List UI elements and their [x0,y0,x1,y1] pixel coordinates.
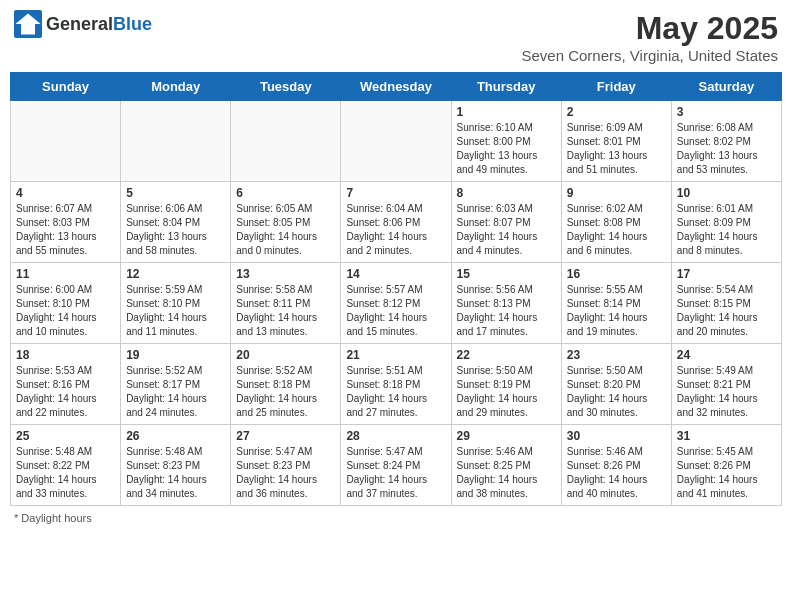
day-number: 15 [457,267,556,281]
day-number: 7 [346,186,445,200]
day-info: Sunrise: 6:04 AMSunset: 8:06 PMDaylight:… [346,202,445,258]
day-info: Sunrise: 6:00 AMSunset: 8:10 PMDaylight:… [16,283,115,339]
day-number: 25 [16,429,115,443]
logo-text: GeneralBlue [46,14,152,35]
day-number: 6 [236,186,335,200]
calendar-cell: 6Sunrise: 6:05 AMSunset: 8:05 PMDaylight… [231,182,341,263]
dow-header: Monday [121,73,231,101]
day-info: Sunrise: 6:09 AMSunset: 8:01 PMDaylight:… [567,121,666,177]
day-info: Sunrise: 5:49 AMSunset: 8:21 PMDaylight:… [677,364,776,420]
dow-header: Tuesday [231,73,341,101]
calendar-cell: 18Sunrise: 5:53 AMSunset: 8:16 PMDayligh… [11,344,121,425]
day-number: 21 [346,348,445,362]
dow-header: Thursday [451,73,561,101]
calendar-cell: 27Sunrise: 5:47 AMSunset: 8:23 PMDayligh… [231,425,341,506]
calendar-body: 1Sunrise: 6:10 AMSunset: 8:00 PMDaylight… [11,101,782,506]
day-number: 27 [236,429,335,443]
day-number: 26 [126,429,225,443]
day-number: 29 [457,429,556,443]
calendar-cell: 30Sunrise: 5:46 AMSunset: 8:26 PMDayligh… [561,425,671,506]
day-info: Sunrise: 5:57 AMSunset: 8:12 PMDaylight:… [346,283,445,339]
dow-header: Wednesday [341,73,451,101]
calendar-cell: 16Sunrise: 5:55 AMSunset: 8:14 PMDayligh… [561,263,671,344]
calendar-cell: 31Sunrise: 5:45 AMSunset: 8:26 PMDayligh… [671,425,781,506]
dow-header: Sunday [11,73,121,101]
day-number: 3 [677,105,776,119]
calendar-cell: 10Sunrise: 6:01 AMSunset: 8:09 PMDayligh… [671,182,781,263]
day-info: Sunrise: 5:59 AMSunset: 8:10 PMDaylight:… [126,283,225,339]
day-number: 1 [457,105,556,119]
day-number: 24 [677,348,776,362]
calendar-cell: 12Sunrise: 5:59 AMSunset: 8:10 PMDayligh… [121,263,231,344]
day-number: 28 [346,429,445,443]
calendar-week-row: 11Sunrise: 6:00 AMSunset: 8:10 PMDayligh… [11,263,782,344]
calendar-cell: 9Sunrise: 6:02 AMSunset: 8:08 PMDaylight… [561,182,671,263]
day-info: Sunrise: 5:48 AMSunset: 8:23 PMDaylight:… [126,445,225,501]
calendar-cell: 17Sunrise: 5:54 AMSunset: 8:15 PMDayligh… [671,263,781,344]
footer-note: * Daylight hours [10,512,782,524]
calendar-cell: 23Sunrise: 5:50 AMSunset: 8:20 PMDayligh… [561,344,671,425]
day-info: Sunrise: 5:48 AMSunset: 8:22 PMDaylight:… [16,445,115,501]
location-title: Seven Corners, Virginia, United States [521,47,778,64]
day-number: 9 [567,186,666,200]
day-info: Sunrise: 6:10 AMSunset: 8:00 PMDaylight:… [457,121,556,177]
day-number: 8 [457,186,556,200]
day-number: 4 [16,186,115,200]
title-area: May 2025 Seven Corners, Virginia, United… [521,10,778,64]
calendar-cell: 29Sunrise: 5:46 AMSunset: 8:25 PMDayligh… [451,425,561,506]
day-info: Sunrise: 5:51 AMSunset: 8:18 PMDaylight:… [346,364,445,420]
day-number: 22 [457,348,556,362]
day-number: 13 [236,267,335,281]
day-number: 31 [677,429,776,443]
calendar-cell: 5Sunrise: 6:06 AMSunset: 8:04 PMDaylight… [121,182,231,263]
calendar-cell: 20Sunrise: 5:52 AMSunset: 8:18 PMDayligh… [231,344,341,425]
calendar-week-row: 18Sunrise: 5:53 AMSunset: 8:16 PMDayligh… [11,344,782,425]
day-number: 16 [567,267,666,281]
calendar-cell: 2Sunrise: 6:09 AMSunset: 8:01 PMDaylight… [561,101,671,182]
day-number: 23 [567,348,666,362]
calendar-cell: 22Sunrise: 5:50 AMSunset: 8:19 PMDayligh… [451,344,561,425]
day-of-week-row: SundayMondayTuesdayWednesdayThursdayFrid… [11,73,782,101]
day-info: Sunrise: 5:47 AMSunset: 8:23 PMDaylight:… [236,445,335,501]
calendar-cell [121,101,231,182]
calendar-week-row: 1Sunrise: 6:10 AMSunset: 8:00 PMDaylight… [11,101,782,182]
calendar-cell: 26Sunrise: 5:48 AMSunset: 8:23 PMDayligh… [121,425,231,506]
day-number: 18 [16,348,115,362]
calendar-cell: 13Sunrise: 5:58 AMSunset: 8:11 PMDayligh… [231,263,341,344]
day-info: Sunrise: 5:53 AMSunset: 8:16 PMDaylight:… [16,364,115,420]
calendar-cell: 15Sunrise: 5:56 AMSunset: 8:13 PMDayligh… [451,263,561,344]
day-info: Sunrise: 5:52 AMSunset: 8:18 PMDaylight:… [236,364,335,420]
day-info: Sunrise: 5:47 AMSunset: 8:24 PMDaylight:… [346,445,445,501]
calendar-cell: 7Sunrise: 6:04 AMSunset: 8:06 PMDaylight… [341,182,451,263]
day-number: 11 [16,267,115,281]
day-info: Sunrise: 5:54 AMSunset: 8:15 PMDaylight:… [677,283,776,339]
day-info: Sunrise: 6:07 AMSunset: 8:03 PMDaylight:… [16,202,115,258]
calendar-cell: 14Sunrise: 5:57 AMSunset: 8:12 PMDayligh… [341,263,451,344]
day-info: Sunrise: 5:56 AMSunset: 8:13 PMDaylight:… [457,283,556,339]
day-number: 17 [677,267,776,281]
calendar-cell: 21Sunrise: 5:51 AMSunset: 8:18 PMDayligh… [341,344,451,425]
day-number: 5 [126,186,225,200]
calendar-week-row: 25Sunrise: 5:48 AMSunset: 8:22 PMDayligh… [11,425,782,506]
calendar-cell: 24Sunrise: 5:49 AMSunset: 8:21 PMDayligh… [671,344,781,425]
calendar-cell: 4Sunrise: 6:07 AMSunset: 8:03 PMDaylight… [11,182,121,263]
calendar-cell [231,101,341,182]
calendar-cell: 19Sunrise: 5:52 AMSunset: 8:17 PMDayligh… [121,344,231,425]
day-info: Sunrise: 5:50 AMSunset: 8:19 PMDaylight:… [457,364,556,420]
day-info: Sunrise: 5:46 AMSunset: 8:26 PMDaylight:… [567,445,666,501]
day-number: 30 [567,429,666,443]
dow-header: Saturday [671,73,781,101]
month-title: May 2025 [521,10,778,47]
day-number: 12 [126,267,225,281]
day-info: Sunrise: 5:58 AMSunset: 8:11 PMDaylight:… [236,283,335,339]
day-info: Sunrise: 6:02 AMSunset: 8:08 PMDaylight:… [567,202,666,258]
day-number: 19 [126,348,225,362]
day-info: Sunrise: 5:46 AMSunset: 8:25 PMDaylight:… [457,445,556,501]
logo-blue: Blue [113,14,152,34]
day-info: Sunrise: 5:45 AMSunset: 8:26 PMDaylight:… [677,445,776,501]
logo-general: General [46,14,113,34]
calendar-week-row: 4Sunrise: 6:07 AMSunset: 8:03 PMDaylight… [11,182,782,263]
dow-header: Friday [561,73,671,101]
logo-container: GeneralBlue [14,10,152,38]
day-number: 14 [346,267,445,281]
